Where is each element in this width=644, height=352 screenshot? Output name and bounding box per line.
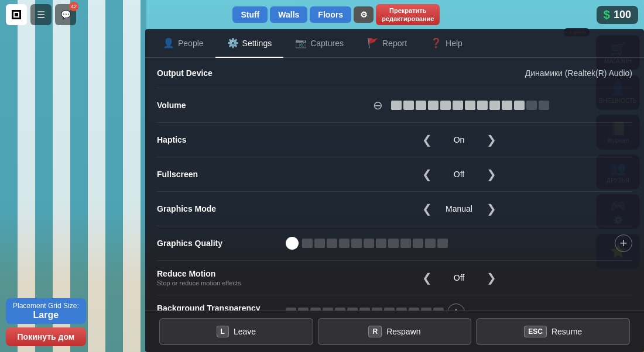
output-device-value: Динамики (Realtek(R) Audio) xyxy=(286,68,632,78)
volume-minus-icon[interactable]: ⊖ xyxy=(369,96,386,114)
roblox-logo xyxy=(6,4,27,25)
grid-size-value: Large xyxy=(13,310,79,320)
respawn-button[interactable]: R Respawn xyxy=(318,318,472,345)
people-tab-label: People xyxy=(178,39,204,48)
haptics-right-button[interactable]: ❯ xyxy=(482,131,500,149)
bg-transparency-label: Background Transparency xyxy=(157,303,286,310)
tab-captures[interactable]: 📷 Captures xyxy=(283,29,355,58)
settings-tab-icon: ⚙️ xyxy=(227,37,239,49)
svg-rect-3 xyxy=(15,13,18,16)
graphics-mode-left-button[interactable]: ❮ xyxy=(418,200,436,218)
graphics-quality-slider[interactable] xyxy=(286,237,611,250)
captures-tab-icon: 📷 xyxy=(295,37,307,49)
volume-control: ⊖ xyxy=(286,96,632,114)
top-bar: ☰ 💬 42 Stuff Walls Floors ⚙ Прекратить р… xyxy=(0,0,644,29)
resume-label: Resume xyxy=(551,327,582,336)
leave-key: L xyxy=(217,326,229,337)
volume-label: Volume xyxy=(157,101,286,110)
walls-button[interactable]: Walls xyxy=(270,6,307,23)
report-tab-label: Report xyxy=(382,39,407,48)
money-display: $ 100 xyxy=(597,6,638,24)
volume-row: Volume ⊖ xyxy=(157,88,632,123)
stop-editing-button[interactable]: Прекратить редактирование xyxy=(376,4,440,26)
settings-panel: 👤 People ⚙️ Settings 📷 Captures 🚩 Report… xyxy=(145,29,644,352)
tools-button[interactable]: ⚙ xyxy=(354,6,374,23)
fullscreen-left-button[interactable]: ❮ xyxy=(418,165,436,183)
bottom-left: Placement Grid Size: Large Покинуть дом xyxy=(6,298,86,346)
leave-home-button[interactable]: Покинуть дом xyxy=(6,327,86,346)
volume-slider[interactable]: ⊖ xyxy=(369,96,549,114)
bg-transparency-row: Background Transparency Improve contrast… xyxy=(157,295,632,310)
grid-size-title: Placement Grid Size: xyxy=(13,302,79,310)
tab-help[interactable]: ❓ Help xyxy=(419,29,474,58)
graphics-mode-row: Graphics Mode ❮ Manual ❯ xyxy=(157,192,632,226)
grid-size-button[interactable]: Placement Grid Size: Large xyxy=(6,298,86,324)
haptics-value: On xyxy=(441,135,477,144)
fullscreen-right-button[interactable]: ❯ xyxy=(482,165,500,183)
chat-button[interactable]: 💬 42 xyxy=(55,4,76,25)
tab-report[interactable]: 🚩 Report xyxy=(355,29,419,58)
graphics-quality-row: Graphics Quality + xyxy=(157,226,632,261)
graphics-quality-track xyxy=(302,239,611,248)
money-amount: 100 xyxy=(614,9,631,21)
bg-slider-row: + xyxy=(286,303,632,310)
reduce-motion-control: ❮ Off ❯ xyxy=(286,269,632,287)
fullscreen-control: ❮ Off ❯ xyxy=(286,165,632,183)
graphics-quality-label: Graphics Quality xyxy=(157,239,286,248)
graphics-mode-control: ❮ Manual ❯ xyxy=(286,200,632,218)
menu-button[interactable]: ☰ xyxy=(30,4,52,25)
tab-settings[interactable]: ⚙️ Settings xyxy=(215,29,284,58)
resume-button[interactable]: ESC Resume xyxy=(476,318,630,345)
stuff-button[interactable]: Stuff xyxy=(232,6,268,23)
fullscreen-value: Off xyxy=(441,170,477,179)
haptics-row: Haptics ❮ On ❯ xyxy=(157,123,632,157)
graphics-quality-control: + xyxy=(286,234,632,252)
output-device-control: Динамики (Realtek(R) Audio) xyxy=(286,68,632,78)
haptics-left-button[interactable]: ❮ xyxy=(418,131,436,149)
captures-tab-label: Captures xyxy=(310,39,344,48)
haptics-label: Haptics xyxy=(157,135,286,144)
respawn-key: R xyxy=(368,326,382,337)
floors-button[interactable]: Floors xyxy=(310,6,351,23)
graphics-quality-plus-button[interactable]: + xyxy=(615,234,632,252)
reduce-motion-value: Off xyxy=(441,273,477,282)
tabs-bar: 👤 People ⚙️ Settings 📷 Captures 🚩 Report… xyxy=(145,29,644,58)
help-tab-label: Help xyxy=(446,39,463,48)
graphics-mode-value: Manual xyxy=(441,204,477,213)
settings-tab-label: Settings xyxy=(242,39,272,48)
fullscreen-label: Fullscreen xyxy=(157,170,286,179)
leave-label: Leave xyxy=(234,327,256,336)
graphics-mode-label: Graphics Mode xyxy=(157,204,286,213)
money-icon: $ xyxy=(604,8,610,22)
reduce-motion-left-button[interactable]: ❮ xyxy=(418,269,436,287)
report-tab-icon: 🚩 xyxy=(367,37,379,49)
settings-content: Output Device Динамики (Realtek(R) Audio… xyxy=(145,58,644,310)
graphics-quality-thumb xyxy=(286,237,299,250)
haptics-control: ❮ On ❯ xyxy=(286,131,632,149)
fullscreen-row: Fullscreen ❮ Off ❯ xyxy=(157,157,632,192)
reduce-motion-right-button[interactable]: ❯ xyxy=(482,269,500,287)
reduce-motion-label: Reduce Motion xyxy=(157,269,286,278)
chat-badge: 42 xyxy=(69,2,78,11)
respawn-label: Respawn xyxy=(386,327,420,336)
volume-track xyxy=(391,101,549,110)
bg-transparency-plus-button[interactable]: + xyxy=(447,303,465,310)
leave-button[interactable]: L Leave xyxy=(159,318,313,345)
tab-people[interactable]: 👤 People xyxy=(151,29,215,58)
resume-key: ESC xyxy=(524,326,547,337)
bg-transparency-control: + Transparent Opaque xyxy=(286,303,632,310)
action-buttons: L Leave R Respawn ESC Resume xyxy=(145,310,644,352)
reduce-motion-row: Reduce Motion Stop or reduce motion effe… xyxy=(157,261,632,295)
game-buttons: Stuff Walls Floors ⚙ Прекратить редактир… xyxy=(232,4,440,26)
help-tab-icon: ❓ xyxy=(430,37,442,49)
graphics-mode-right-button[interactable]: ❯ xyxy=(482,200,500,218)
reduce-motion-sublabel: Stop or reduce motion effects xyxy=(157,279,286,287)
output-device-label: Output Device xyxy=(157,68,286,78)
people-tab-icon: 👤 xyxy=(163,37,174,49)
output-device-row: Output Device Динамики (Realtek(R) Audio… xyxy=(157,58,632,88)
